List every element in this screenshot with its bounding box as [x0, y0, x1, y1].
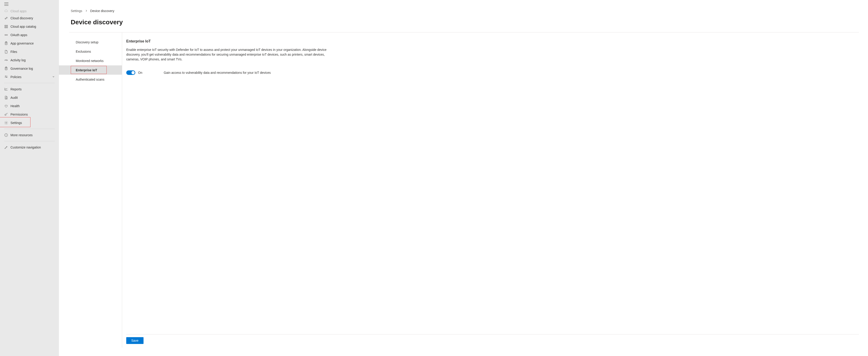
heart-icon: [4, 104, 10, 108]
sidebar-item-settings[interactable]: Settings: [0, 118, 59, 127]
sidebar-item-cloud-app-catalog[interactable]: Cloud app catalog: [0, 22, 59, 31]
subnav-item-label: Enterprise IoT: [76, 68, 97, 72]
breadcrumb: Settings Device discovery: [59, 0, 868, 13]
sidebar-item-label: OAuth apps: [10, 33, 27, 37]
sidebar-item-label: Cloud apps: [10, 9, 27, 13]
activity-icon: [4, 58, 10, 62]
sidebar-item-label: More resources: [10, 133, 33, 137]
sidebar-item-customize-navigation[interactable]: Customize navigation: [0, 143, 59, 151]
breadcrumb-current: Device discovery: [90, 9, 115, 13]
svg-point-29: [5, 114, 6, 115]
svg-point-11: [7, 34, 8, 35]
svg-line-31: [7, 113, 7, 114]
info-icon: [4, 133, 10, 137]
files-icon: [4, 50, 10, 54]
sidebar-item-label: Health: [10, 104, 20, 108]
clipboard-icon: [4, 67, 10, 71]
svg-rect-7: [7, 25, 8, 26]
sidebar-item-activity-log[interactable]: Activity log: [0, 56, 59, 64]
oauth-icon: [4, 33, 10, 37]
sidebar-item-label: Permissions: [10, 113, 28, 116]
sidebar-item-health[interactable]: Health: [0, 102, 59, 110]
toggle-state-label: On: [138, 71, 143, 74]
svg-point-32: [6, 122, 7, 123]
toggle-knob: [131, 71, 135, 74]
nav-divider: [4, 83, 55, 83]
svg-point-17: [5, 60, 5, 60]
sliders-icon: [4, 75, 10, 79]
svg-line-28: [7, 98, 7, 99]
enterprise-iot-toggle[interactable]: [126, 70, 135, 75]
catalog-icon: [4, 25, 10, 29]
toggle-row: On Gain access to vulnerability data and…: [126, 70, 859, 75]
sidebar-item-label: Files: [10, 50, 17, 54]
sidebar-item-label: Customize navigation: [10, 146, 41, 149]
sidebar-item-more-resources[interactable]: More resources: [0, 131, 59, 139]
sidebar-item-label: Activity log: [10, 58, 26, 62]
sidebar-item-cloud-apps[interactable]: Cloud apps: [0, 8, 59, 14]
sidebar-item-files[interactable]: Files: [0, 47, 59, 56]
svg-point-10: [5, 34, 6, 35]
sidebar-item-label: Settings: [10, 121, 22, 124]
sidebar-item-audit[interactable]: Audit: [0, 93, 59, 102]
sidebar-item-permissions[interactable]: Permissions: [0, 110, 59, 118]
subnav-item-discovery-setup[interactable]: Discovery setup: [59, 37, 122, 47]
chevron-down-icon: [52, 75, 55, 79]
main-content: Settings Device discovery Device discove…: [59, 0, 868, 356]
subnav-item-enterprise-iot[interactable]: Enterprise IoT: [59, 65, 122, 75]
sidebar-item-governance-log[interactable]: Governance log: [0, 64, 59, 73]
nav-list-4: Customize navigation: [0, 143, 59, 151]
sidebar-item-label: Reports: [10, 87, 22, 91]
sidebar-item-oauth-apps[interactable]: OAuth apps: [0, 31, 59, 39]
cloud-discovery-icon: [4, 16, 10, 20]
hamburger-menu[interactable]: [0, 0, 59, 8]
footer-bar: Save: [126, 334, 859, 348]
sidebar-item-reports[interactable]: Reports: [0, 85, 59, 93]
page-title: Device discovery: [59, 13, 868, 32]
hamburger-icon: [4, 2, 8, 6]
svg-point-27: [6, 97, 7, 98]
chevron-right-icon: [85, 9, 88, 13]
sidebar-item-label: Audit: [10, 96, 18, 100]
sidebar-item-label: Governance log: [10, 67, 33, 70]
svg-rect-8: [5, 27, 6, 28]
subnav-item-monitored-networks[interactable]: Monitored networks: [59, 56, 122, 65]
sidebar-item-app-governance[interactable]: App governance: [0, 39, 59, 47]
svg-rect-9: [7, 27, 8, 28]
nav-list-2: Reports Audit Health Permissions Setting…: [0, 85, 59, 127]
key-icon: [4, 112, 10, 116]
sidebar-item-label: Cloud discovery: [10, 16, 33, 20]
cloud-apps-icon: [4, 9, 10, 13]
clipboard-icon: [4, 41, 10, 45]
subnav: Discovery setup Exclusions Monitored net…: [59, 32, 122, 348]
toggle-description: Gain access to vulnerability data and re…: [164, 71, 271, 74]
audit-icon: [4, 96, 10, 100]
nav-list: Cloud apps Cloud discovery Cloud app cat…: [0, 8, 59, 81]
gear-icon: [4, 121, 10, 125]
subnav-item-exclusions[interactable]: Exclusions: [59, 47, 122, 56]
sidebar-item-label: App governance: [10, 41, 34, 45]
breadcrumb-settings[interactable]: Settings: [71, 9, 82, 13]
sidebar-item-cloud-discovery[interactable]: Cloud discovery: [0, 14, 59, 22]
section-title: Enterprise IoT: [126, 39, 859, 43]
svg-line-5: [6, 18, 7, 19]
svg-rect-6: [5, 25, 6, 26]
nav-divider: [4, 141, 55, 141]
sidebar-item-label: Policies: [10, 75, 21, 79]
save-button[interactable]: Save: [126, 337, 144, 344]
sidebar: Cloud apps Cloud discovery Cloud app cat…: [0, 0, 59, 356]
pencil-icon: [4, 145, 10, 149]
sidebar-item-policies[interactable]: Policies: [0, 73, 59, 81]
sidebar-item-label: Cloud app catalog: [10, 25, 36, 28]
nav-list-3: More resources: [0, 131, 59, 139]
svg-point-18: [7, 60, 7, 60]
detail-pane: Enterprise IoT Enable enterprise IoT sec…: [122, 32, 868, 348]
section-description: Enable enterprise IoT security with Defe…: [126, 47, 337, 62]
subnav-item-authenticated-scans[interactable]: Authenticated scans: [59, 75, 122, 84]
chart-icon: [4, 87, 10, 91]
